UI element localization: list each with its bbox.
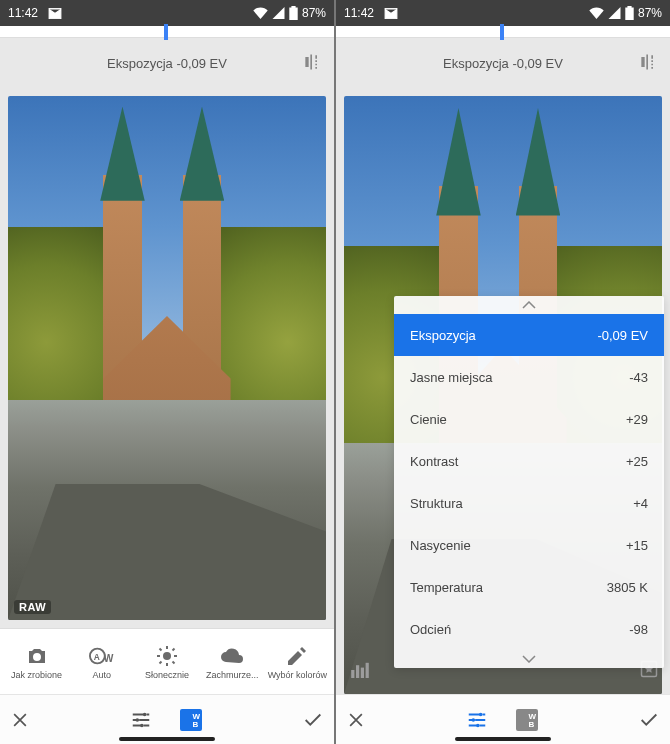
raw-badge: RAW [14,600,51,614]
exposure-label: Ekspozycja -0,09 EV [443,56,563,71]
header-left: Ekspozycja -0,09 EV [0,38,334,88]
svg-line-9 [172,661,174,663]
signal-icon [272,7,285,19]
panel-row-nasycenie[interactable]: Nasycenie +15 [394,524,664,566]
svg-point-12 [143,712,147,716]
gmail-icon [48,8,62,19]
sliders-button[interactable] [466,709,488,731]
status-battery: 87% [638,6,662,20]
svg-rect-16 [356,665,359,678]
close-button[interactable] [346,710,366,730]
status-time: 11:42 [344,6,374,20]
svg-point-13 [136,718,140,722]
slider-track[interactable] [0,26,334,38]
panel-row-odcien[interactable]: Odcień -98 [394,608,664,650]
status-bar: 11:42 87% [0,0,334,26]
wb-auto[interactable]: AW Auto [69,644,134,680]
pane-left: 11:42 87% Ekspozycja -0,09 EV RAW [0,0,334,744]
adjust-panel: Ekspozycja -0,09 EV Jasne miejsca -43 Ci… [394,296,664,668]
slider-track[interactable] [336,26,670,38]
exposure-label: Ekspozycja -0,09 EV [107,56,227,71]
svg-point-14 [140,723,144,727]
wifi-icon [589,7,604,19]
svg-text:A: A [93,651,99,661]
header-right: Ekspozycja -0,09 EV [336,38,670,88]
panel-row-temperatura[interactable]: Temperatura 3805 K [394,566,664,608]
sliders-button[interactable] [130,709,152,731]
home-indicator[interactable] [119,737,215,741]
wb-jak-zrobione[interactable]: Jak zrobione [4,644,69,680]
svg-point-22 [476,723,480,727]
panel-row-kontrast[interactable]: Kontrast +25 [394,440,664,482]
svg-line-10 [159,661,161,663]
battery-icon [625,6,634,20]
svg-rect-17 [361,668,364,678]
status-battery: 87% [302,6,326,20]
svg-text:W: W [104,652,114,663]
white-balance-row: Jak zrobione AW Auto Słonecznie Zachmurz… [0,628,334,694]
svg-point-20 [479,712,483,716]
gmail-icon [384,8,398,19]
wb-zachmurzenie[interactable]: Zachmurze... [200,644,265,680]
panel-row-jasne-miejsca[interactable]: Jasne miejsca -43 [394,356,664,398]
photo-canvas-left[interactable]: RAW [8,96,326,620]
panel-row-ekspozycja[interactable]: Ekspozycja -0,09 EV [394,314,664,356]
wb-badge-icon: WB [180,709,202,731]
svg-line-11 [172,648,174,650]
white-balance-button[interactable]: WB [516,709,538,731]
status-time: 11:42 [8,6,38,20]
signal-icon [608,7,621,19]
wb-slonecznie[interactable]: Słonecznie [134,644,199,680]
white-balance-button[interactable]: WB [180,709,202,731]
compare-icon[interactable] [302,52,322,76]
svg-rect-18 [366,663,369,678]
home-indicator[interactable] [455,737,551,741]
histogram-icon[interactable] [350,662,370,682]
wb-wybor-kolorow[interactable]: Wybór kolorów [265,644,330,680]
panel-row-struktura[interactable]: Struktura +4 [394,482,664,524]
status-bar: 11:42 87% [336,0,670,26]
wifi-icon [253,7,268,19]
compare-icon[interactable] [638,52,658,76]
confirm-button[interactable] [638,709,660,731]
wb-badge-icon: WB [516,709,538,731]
pane-right: 11:42 87% Ekspozycja -0,09 EV [336,0,670,744]
svg-rect-15 [351,670,354,678]
panel-collapse-up[interactable] [394,296,664,314]
svg-point-21 [472,718,476,722]
svg-line-8 [159,648,161,650]
panel-row-cienie[interactable]: Cienie +29 [394,398,664,440]
confirm-button[interactable] [302,709,324,731]
battery-icon [289,6,298,20]
close-button[interactable] [10,710,30,730]
svg-point-3 [163,652,171,660]
panel-collapse-down[interactable] [394,650,664,668]
